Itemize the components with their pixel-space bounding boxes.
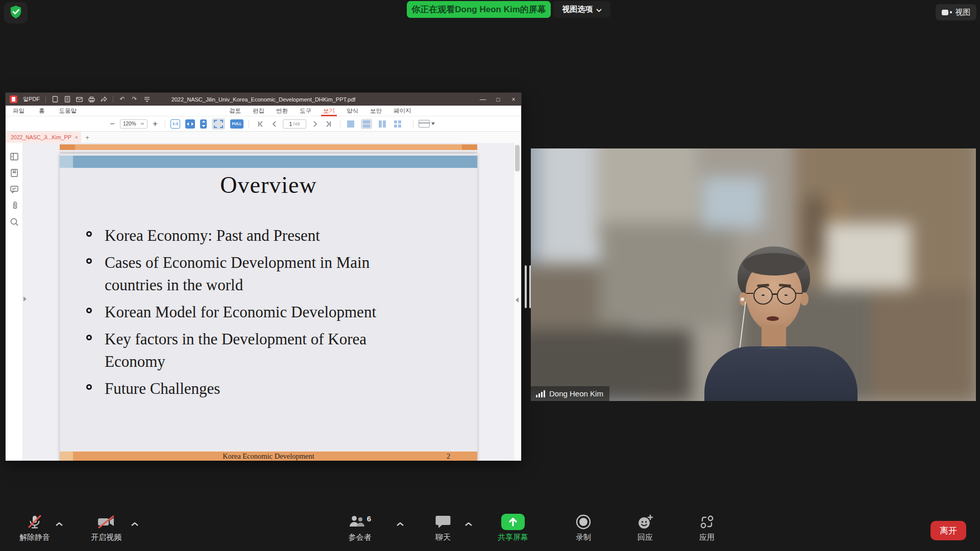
first-page-button[interactable] [256, 119, 266, 129]
zoom-out-button[interactable]: − [108, 119, 117, 129]
reactions-button[interactable]: 回应 [622, 512, 668, 542]
fit-height-button[interactable] [200, 119, 207, 129]
slide-footer-text: Korea Economic Development [60, 452, 477, 461]
unmute-button[interactable]: 解除静音 [12, 512, 58, 542]
record-button[interactable]: 录制 [560, 512, 606, 542]
audio-options-caret[interactable] [55, 519, 63, 529]
menu-pages[interactable]: 페이지 [394, 107, 411, 115]
fullscreen-button[interactable]: FULL [230, 119, 243, 129]
menu-file[interactable]: 파일 [13, 107, 24, 115]
meeting-security-button[interactable] [4, 2, 28, 23]
screen-share-banner: 你正在观看Dong Heon Kim的屏幕 [407, 1, 551, 18]
new-document-icon[interactable] [52, 96, 58, 103]
pdf-titlebar[interactable]: 알PDF ↶ ↷ [6, 93, 521, 106]
zoom-level-select[interactable]: 120% [120, 119, 148, 129]
menu-help[interactable]: 도움말 [59, 107, 77, 115]
two-page-view-button[interactable] [377, 119, 387, 129]
continuous-view-button-selected[interactable] [361, 119, 372, 129]
participant-video-tile[interactable]: Dong Heon Kim [531, 148, 976, 401]
single-page-view-button[interactable] [346, 119, 356, 129]
list-item: Key factors in the Development of Korea … [85, 328, 462, 373]
actual-size-button[interactable]: 1:1 [170, 119, 180, 129]
participants-icon [349, 515, 365, 529]
pdf-document-area[interactable]: Overview Korea Economy: Past and Present… [23, 143, 513, 461]
slide-page: Overview Korea Economy: Past and Present… [60, 154, 477, 461]
pdf-viewer-window: 알PDF ↶ ↷ [5, 92, 522, 460]
vertical-scrollbar[interactable] [513, 143, 521, 461]
apps-label: 应用 [699, 533, 715, 542]
fit-width-button[interactable] [185, 119, 195, 129]
search-panel-icon[interactable] [10, 217, 19, 227]
reactions-label: 回应 [638, 533, 653, 542]
page-number-input[interactable]: 1 /49 [283, 119, 306, 129]
sidebar-expand-arrow-icon[interactable] [23, 296, 27, 302]
fit-page-button-selected[interactable] [212, 118, 225, 130]
next-page-button[interactable] [310, 119, 320, 129]
customize-toolbar-icon[interactable] [143, 96, 150, 103]
tab-close-icon[interactable]: × [75, 134, 78, 140]
page-layout-dropdown[interactable] [419, 120, 435, 128]
panel-collapse-arrow-icon[interactable] [516, 297, 519, 303]
view-layout-button[interactable]: 视图 [936, 4, 976, 20]
bullet-text: Economy [105, 350, 462, 373]
attachments-panel-icon[interactable] [10, 201, 19, 210]
menu-convert[interactable]: 변환 [276, 107, 288, 115]
zoom-in-button[interactable]: + [151, 119, 160, 129]
bullet-icon [86, 335, 92, 340]
participant-name: Dong Heon Kim [549, 389, 603, 398]
document-tab-active[interactable]: 2022_NASC_Ji...Kim_PPT.pdf × [6, 132, 81, 143]
share-screen-label: 共享屏幕 [498, 533, 528, 542]
participant-person [531, 148, 976, 401]
redo-icon[interactable]: ↷ [131, 96, 138, 103]
close-button[interactable]: × [506, 93, 521, 106]
open-document-icon[interactable] [64, 96, 70, 103]
menu-view-active[interactable]: 보기 [323, 107, 335, 115]
menu-security[interactable]: 보안 [370, 107, 382, 115]
bullet-text: Key factors in the Development of Korea [105, 328, 462, 350]
bookmarks-panel-icon[interactable] [10, 168, 19, 178]
thumbnails-panel-icon[interactable] [10, 152, 19, 161]
last-page-button[interactable] [323, 119, 333, 129]
previous-page-button[interactable] [269, 119, 279, 129]
minimize-button[interactable]: — [475, 93, 491, 106]
maximize-button[interactable]: □ [491, 93, 506, 106]
menu-review[interactable]: 검토 [229, 107, 241, 115]
share-screen-button[interactable]: 共享屏幕 [490, 512, 536, 542]
scrollbar-thumb[interactable] [515, 145, 520, 171]
share-document-icon[interactable] [101, 96, 107, 103]
leave-meeting-button[interactable]: 离开 [930, 521, 966, 540]
view-options-label: 视图选项 [562, 5, 593, 14]
chat-button[interactable]: 聊天 [420, 512, 466, 542]
participants-button[interactable]: 6 参会者 [337, 512, 383, 542]
view-options-button[interactable]: 视图选项 [553, 1, 610, 18]
chat-options-caret[interactable] [464, 519, 473, 529]
list-item: Future Challenges [85, 378, 462, 400]
video-options-caret[interactable] [131, 519, 139, 529]
previous-page-bottom [60, 143, 477, 152]
bullet-text: Korea Economy: Past and Present [105, 224, 462, 247]
glasses [753, 286, 773, 305]
new-tab-button[interactable]: + [81, 132, 93, 143]
menu-home[interactable]: 홈 [39, 107, 45, 115]
slide-page-number: 2 [447, 452, 450, 461]
page-layout-icon [419, 120, 430, 128]
list-item: Korea Economy: Past and Present [85, 224, 462, 247]
comments-panel-icon[interactable] [10, 185, 19, 194]
grid-view-button[interactable] [393, 119, 403, 129]
apps-button[interactable]: 应用 [684, 512, 730, 542]
bullet-icon [86, 384, 92, 390]
undo-icon[interactable]: ↶ [119, 96, 126, 103]
email-icon[interactable] [76, 96, 83, 103]
start-video-button[interactable]: 开启视频 [83, 512, 129, 542]
previous-page-footer-bar [60, 144, 477, 150]
participants-options-caret[interactable] [396, 519, 404, 529]
record-label: 录制 [576, 533, 591, 542]
bullet-text: Korean Model for Economic Development [105, 301, 462, 323]
menu-edit[interactable]: 편집 [253, 107, 264, 115]
menu-forms[interactable]: 양식 [347, 107, 358, 115]
participants-count-badge: 6 [367, 514, 371, 523]
list-item: Korean Model for Economic Development [85, 301, 462, 323]
menu-tools[interactable]: 도구 [300, 107, 311, 115]
print-icon[interactable] [88, 96, 95, 103]
zoom-level-value: 120% [123, 121, 136, 127]
